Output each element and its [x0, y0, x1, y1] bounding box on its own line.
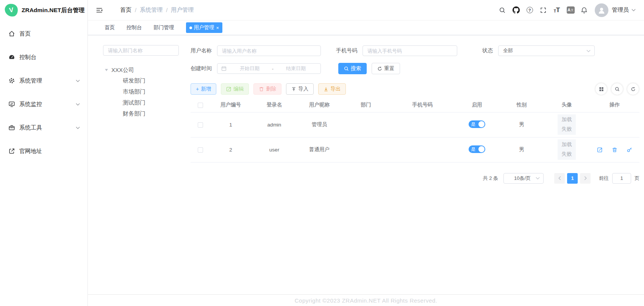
chevron-down-icon: [631, 9, 636, 11]
help-icon[interactable]: ?: [523, 3, 536, 17]
add-button[interactable]: + 新增: [191, 83, 216, 95]
row-delete-icon[interactable]: [612, 147, 617, 153]
search-button-label: 搜索: [351, 65, 361, 72]
home-icon: [8, 30, 15, 37]
sidebar-item-label: 官网地址: [19, 148, 42, 155]
goto-label: 前往: [599, 175, 609, 182]
github-icon[interactable]: [509, 3, 523, 17]
cell-phone: [391, 137, 454, 162]
date-range-picker[interactable]: 开始日期 - 结束日期: [217, 63, 321, 74]
tab-console[interactable]: 控制台: [127, 24, 142, 31]
col-phone: 手机号码: [391, 98, 454, 112]
status-select[interactable]: 全部: [498, 45, 595, 56]
caret-down-icon[interactable]: [105, 69, 108, 71]
username-label: 用户名称: [191, 47, 217, 54]
dept-search-input[interactable]: [103, 45, 179, 56]
next-page-button[interactable]: [580, 173, 591, 184]
delete-button-label: 删除: [266, 86, 276, 92]
cell-gender: 男: [500, 112, 544, 137]
tree-node-root[interactable]: XXX公司: [103, 65, 179, 75]
toolbox-icon: [8, 124, 15, 131]
sidebar-item-system-tools[interactable]: 系统工具: [0, 116, 88, 139]
search-button[interactable]: 搜索: [338, 63, 367, 74]
cell-actions: [590, 112, 639, 137]
navbar-actions: ? TT A文 管理员: [496, 3, 636, 17]
row-edit-icon[interactable]: [597, 147, 603, 153]
sidebar-item-system-admin[interactable]: 系统管理: [0, 69, 88, 92]
page-size-select[interactable]: 10条/页: [503, 173, 544, 184]
delete-button[interactable]: 删除: [253, 83, 281, 95]
row-checkbox[interactable]: [198, 147, 203, 153]
phone-input[interactable]: [363, 45, 457, 56]
column-settings-icon[interactable]: [596, 83, 607, 95]
sidebar-item-label: 首页: [19, 30, 31, 37]
phone-label: 手机号码: [336, 47, 363, 54]
refresh-table-icon[interactable]: [627, 83, 639, 95]
show-search-icon[interactable]: [611, 83, 623, 95]
current-page-button[interactable]: 1: [567, 173, 578, 184]
chevron-down-icon: [586, 50, 591, 52]
external-link-icon: [8, 148, 15, 155]
import-button[interactable]: 导入: [286, 83, 314, 95]
upload-icon: [291, 87, 296, 92]
tree-node-finance[interactable]: 财务部门: [103, 108, 179, 119]
export-button[interactable]: 导出: [318, 83, 346, 95]
cell-gender: 男: [500, 137, 544, 162]
fullscreen-icon[interactable]: [536, 3, 550, 17]
created-label: 创建时间: [191, 65, 217, 72]
edit-button[interactable]: 编辑: [221, 83, 249, 95]
translate-icon[interactable]: A文: [564, 3, 577, 17]
breadcrumb-current: 用户管理: [171, 6, 194, 14]
edit-button-label: 编辑: [233, 86, 244, 92]
table-header-row: 用户编号 登录名 用户昵称 部门 手机号码 启用 性别 头像 操作: [191, 98, 639, 112]
date-start-placeholder: 开始日期: [229, 65, 270, 72]
prev-page-button[interactable]: [554, 173, 565, 184]
username-input[interactable]: [217, 45, 321, 56]
gear-icon: [8, 77, 15, 84]
goto-page-input[interactable]: [612, 173, 631, 184]
tab-dept[interactable]: 部门管理: [154, 24, 174, 31]
tree-node-market[interactable]: 市场部门: [103, 86, 179, 97]
sidebar-collapse-icon[interactable]: [95, 6, 103, 14]
user-menu[interactable]: 管理员: [595, 3, 636, 17]
page-size-value: 10条/页: [509, 175, 536, 182]
cell-login: user: [251, 137, 297, 162]
row-reset-password-icon[interactable]: [627, 147, 632, 153]
col-user-id: 用户编号: [210, 98, 251, 112]
tab-user-active[interactable]: 用户管理 ×: [186, 22, 223, 33]
col-nickname: 用户昵称: [297, 98, 341, 112]
tree-node-dev[interactable]: 研发部门: [103, 75, 179, 86]
enabled-toggle[interactable]: 是: [469, 145, 485, 153]
chevron-down-icon: [76, 80, 80, 82]
logo-bar[interactable]: V ZRAdmin.NET后台管理: [0, 0, 88, 20]
close-icon[interactable]: ×: [216, 25, 219, 31]
select-all-checkbox[interactable]: [198, 103, 203, 108]
pagination: 共 2 条 10条/页 1: [191, 173, 639, 184]
tab-home[interactable]: 首页: [105, 24, 115, 31]
breadcrumb-separator: /: [163, 7, 171, 13]
font-size-icon[interactable]: TT: [550, 3, 564, 17]
tree-node-test[interactable]: 测试部门: [103, 97, 179, 108]
sidebar-item-system-monitor[interactable]: 系统监控: [0, 92, 88, 116]
breadcrumb-separator: /: [131, 7, 140, 13]
sidebar-item-label: 系统监控: [19, 101, 42, 108]
trash-icon: [259, 86, 264, 92]
breadcrumb-system[interactable]: 系统管理: [140, 6, 163, 14]
sidebar-item-website[interactable]: 官网地址: [0, 139, 88, 163]
sidebar-item-console[interactable]: 控制台: [0, 45, 88, 69]
avatar-load-failed: 加载 失败: [558, 139, 576, 160]
tab-label: 用户管理: [194, 24, 214, 31]
sidebar-item-home[interactable]: 首页: [0, 22, 88, 45]
sidebar-item-label: 系统管理: [19, 77, 42, 84]
bell-icon[interactable]: [577, 3, 591, 17]
breadcrumb-home[interactable]: 首页: [120, 6, 131, 14]
search-icon: [344, 66, 349, 71]
reset-button-label: 重置: [384, 65, 394, 72]
enabled-toggle[interactable]: 是: [469, 120, 485, 128]
row-checkbox[interactable]: [198, 122, 203, 128]
sidebar-item-label: 系统工具: [19, 124, 42, 131]
reset-button[interactable]: 重置: [372, 63, 400, 74]
col-gender: 性别: [500, 98, 544, 112]
person-icon: [597, 6, 606, 15]
search-icon[interactable]: [496, 3, 509, 17]
